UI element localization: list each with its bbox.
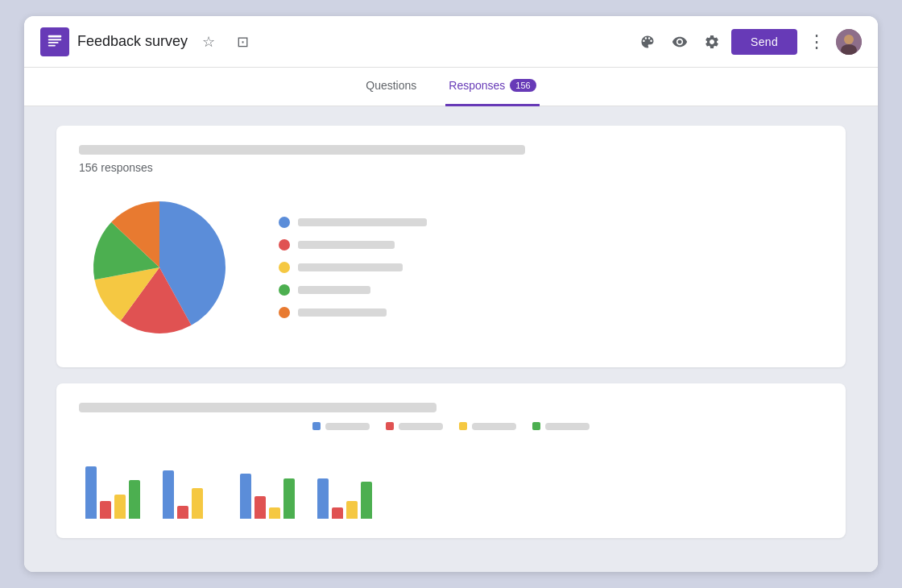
legend-item-2 [279, 239, 427, 251]
bar-legend-dot-red [386, 422, 394, 430]
legend-item-5 [279, 307, 427, 318]
bar-4-4 [361, 482, 372, 519]
form-icon [40, 27, 69, 56]
bar-1-4 [129, 480, 140, 519]
bar-1-2 [100, 501, 111, 519]
legend-item-1 [279, 217, 427, 228]
legend-dot-yellow [279, 262, 290, 273]
header-right: Send ⋮ [635, 29, 862, 55]
bar-chart-area [79, 446, 823, 519]
bar-legend-label-3 [472, 423, 516, 430]
bar-group-2 [163, 470, 217, 519]
bar-group-1 [85, 466, 140, 519]
bar-skeleton-bar [79, 403, 437, 412]
bar-4-2 [332, 507, 343, 519]
avatar[interactable] [836, 29, 862, 55]
bar-1-3 [114, 495, 126, 519]
responses-badge: 156 [510, 79, 536, 92]
legend-dot-blue [279, 217, 290, 228]
pie-card-top: 156 responses [79, 145, 823, 174]
bar-legend-dot-blue [312, 422, 321, 430]
tab-responses[interactable]: Responses 156 [445, 68, 539, 106]
bar-legend-yellow [459, 422, 516, 430]
pie-chart [79, 187, 240, 348]
content-area: 156 responses [24, 106, 878, 572]
legend-bar-1 [298, 218, 427, 226]
legend-item-4 [279, 284, 427, 296]
header: Feedback survey ☆ ⊡ Send ⋮ [24, 16, 878, 68]
bar-2-2 [177, 506, 188, 519]
send-button[interactable]: Send [731, 29, 797, 55]
app-window: Feedback survey ☆ ⊡ Send ⋮ Questions [24, 16, 878, 572]
svg-rect-1 [48, 39, 62, 40]
bar-legend-label-1 [325, 423, 370, 430]
tabs: Questions Responses 156 [24, 68, 878, 106]
bar-2-3 [192, 488, 203, 519]
legend-dot-red [279, 239, 290, 251]
legend-dot-orange [279, 307, 290, 318]
legend-dot-green [279, 284, 290, 296]
svg-rect-3 [48, 44, 56, 46]
legend-bar-3 [298, 263, 403, 271]
pie-chart-row [79, 187, 823, 348]
bar-4-1 [317, 478, 329, 519]
form-svg [46, 33, 64, 51]
bar-3-3 [269, 507, 280, 519]
bar-legend-dot-yellow [459, 422, 467, 430]
pie-legend [279, 217, 427, 318]
bar-legend-red [386, 422, 443, 430]
bar-4-3 [346, 501, 358, 519]
legend-bar-5 [298, 308, 387, 317]
bar-legend-blue [312, 422, 370, 430]
bar-chart-legend [79, 422, 823, 430]
pie-chart-card: 156 responses [56, 126, 846, 367]
bar-group-4 [317, 478, 372, 519]
bar-group-3 [240, 474, 295, 519]
bar-legend-label-2 [399, 423, 443, 430]
bar-3-2 [254, 496, 266, 519]
folder-icon[interactable]: ⊡ [230, 29, 255, 55]
bar-3-1 [240, 474, 251, 519]
bar-3-4 [283, 478, 295, 519]
pie-skeleton-bar [79, 145, 525, 155]
preview-icon[interactable] [667, 29, 693, 55]
bar-2-1 [163, 470, 174, 519]
page-title: Feedback survey [77, 33, 188, 50]
header-left: Feedback survey ☆ ⊡ [40, 27, 635, 56]
star-icon[interactable]: ☆ [196, 29, 221, 55]
svg-rect-2 [48, 42, 59, 43]
legend-bar-4 [298, 286, 370, 294]
responses-label: 156 responses [79, 161, 823, 174]
bar-legend-dot-green [532, 422, 540, 430]
settings-icon[interactable] [699, 29, 725, 55]
bar-1-1 [85, 466, 97, 519]
legend-item-3 [279, 262, 427, 273]
legend-bar-2 [298, 241, 395, 249]
svg-point-5 [844, 35, 854, 44]
bar-chart-card [56, 383, 846, 538]
palette-icon[interactable] [635, 29, 660, 55]
more-icon[interactable]: ⋮ [804, 29, 830, 55]
tab-questions[interactable]: Questions [362, 68, 420, 106]
svg-rect-0 [48, 35, 62, 37]
bar-legend-label-4 [545, 423, 590, 430]
bar-legend-green [532, 422, 590, 430]
